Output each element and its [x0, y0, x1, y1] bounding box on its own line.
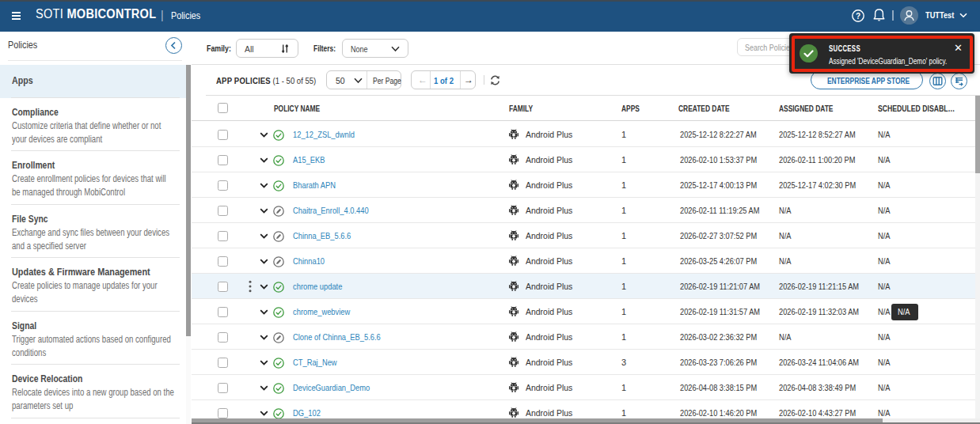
svg-text:?: ? — [856, 12, 860, 21]
